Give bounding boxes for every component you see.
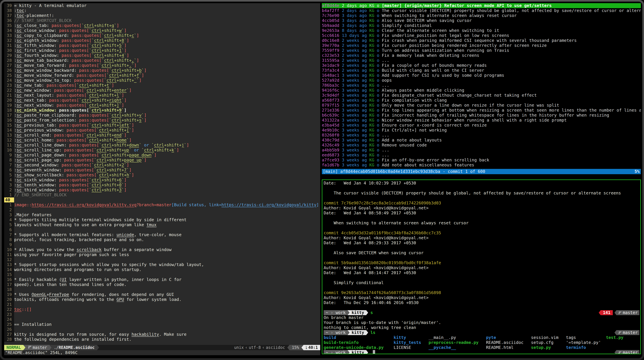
commit-row[interactable]: a568f73 3 weeks ag KG o Fix compilation … [322, 98, 641, 103]
buffer-line[interactable]: 8:sc_scroll_page_up: pass:quotes[`ctrl+s… [4, 158, 320, 163]
commit-row[interactable]: 3c9d4df 3 weeks ag KG o Fix designate_ch… [322, 93, 641, 98]
commit-row[interactable]: 271e336 3 weeks ag KG o Fix top lines ap… [322, 108, 641, 113]
commit-row[interactable]: b6c639c 3 weeks ag KG o Fix incorrect ha… [322, 113, 641, 118]
buffer-line[interactable]: 5:sc_show_scrollback: pass:quotes[`ctrl+… [4, 173, 320, 178]
buffer-line[interactable]: 25== Installation [4, 322, 320, 327]
commit-row[interactable]: d0c16e8 2 weeks ag KG o Fix crash when p… [322, 38, 641, 43]
prompt-line[interactable]: ~ › workkittys141master [324, 310, 640, 315]
commit-row[interactable]: 73fa3c4 2 weeks ag KG o Build with clang… [322, 68, 641, 73]
commit-row[interactable]: b4af2ff 2 days ago KG o The cursor visib… [322, 8, 641, 13]
commit-row[interactable]: 0797f15 3 weeks ag KG o Only move the cu… [322, 103, 641, 108]
buffer-line[interactable]: 25:sc_move_window_forward: pass:quotes[`… [4, 73, 320, 78]
commit-row[interactable]: 39e770a 2 weeks ag KG o Fix cursor posit… [322, 43, 641, 48]
commit-row[interactable]: 315595a 2 weeks ag KG o ... [322, 58, 641, 63]
buffer-line[interactable]: 28the following dependencies are install… [4, 337, 320, 342]
buffer-line[interactable]: 1image::https://travis-ci.org/kovidgoyal… [4, 202, 320, 207]
commit-row[interactable]: 5cc6616 13 days ag KG o Fix underline_po… [322, 33, 641, 38]
commit-row[interactable]: 7c76e90 3 days ago KG o When switching t… [322, 13, 641, 18]
buffer-line[interactable]: 18:sc_ninth_window: pass:quotes[`ctrl+sh… [4, 108, 320, 113]
buffer-line[interactable]: 38:toc: [4, 8, 320, 13]
buffer-line[interactable]: 17:sc_paste_from_clipboard: pass:quotes[… [4, 113, 320, 118]
buffer-line[interactable]: 22toc::[] [4, 307, 320, 312]
commit-row[interactable]: a4bb5b9 3 weeks ag KG o ... [322, 148, 641, 153]
buffer-line[interactable]: 27kitty is designed to run from source, … [4, 332, 320, 337]
buffer-line[interactable]: 33:sc_copy_to_clipboard: pass:quotes[`ct… [4, 33, 320, 38]
buffer-line[interactable]: 34:sc_close_window: pass:quotes[`ctrl+sh… [4, 28, 320, 33]
buffer-line[interactable]: 10:sc_scroll_line_up: pass:quotes[`ctrl+… [4, 148, 320, 153]
commit-row[interactable]: fa1d67b 3 weeks ag KG o Add note about m… [322, 163, 641, 168]
commit-row[interactable]: 9416f6c 3 weeks ag KG o Always paste whe… [322, 88, 641, 93]
commit-row[interactable]: 7559ff9 2 weeks ag KG o Turn on address … [322, 48, 641, 53]
command-input[interactable]: s [368, 310, 373, 315]
buffer-line[interactable]: 26:sc_move_window_backward: pass:quotes[… [4, 68, 320, 73]
buffer-line[interactable]: 4* Supports tiling multiple terminal win… [4, 217, 320, 222]
commit-row[interactable]: 786ba3c 3 weeks ag KG o ... [322, 83, 641, 88]
buffer-line[interactable]: 19* Uses OpenGL+FreeType for rendering, … [4, 292, 320, 297]
buffer-line[interactable]: 18 [4, 287, 320, 292]
buffer-line[interactable]: 9:sc_scroll_page_down: pass:quotes[`ctrl… [4, 153, 320, 158]
commit-row[interactable]: eed6873 3 weeks ag KG o ... [322, 153, 641, 158]
buffer-line[interactable]: 14working directories and programs to ru… [4, 267, 320, 272]
buffer-line[interactable]: 35:sc_close_tab: pass:quotes[`ctrl+shift… [4, 23, 320, 28]
buffer-line[interactable]: 6 [4, 227, 320, 232]
commit-row[interactable]: a7fce93 3 weeks ag KG o Fix an off-by-on… [322, 158, 641, 163]
buffer-line[interactable]: 24 [4, 317, 320, 322]
buffer-line[interactable]: 2:sc_third_window: pass:quotes[`ctrl+shi… [4, 187, 320, 192]
buffer-line[interactable]: 23:sc_new_tab: pass:quotes[`ctrl+shift+t… [4, 83, 320, 88]
commit-row[interactable]: 4326c49 3 weeks ag KG o Remove unused co… [322, 143, 641, 148]
buffer-line[interactable]: 20:sc_next_tab: pass:quotes[`ctrl+shift+… [4, 98, 320, 103]
prompt-line[interactable]: ~ › workkittymaster [324, 350, 640, 354]
buffer-line[interactable]: 31:sc_fifth_window: pass:quotes[`ctrl+sh… [4, 43, 320, 48]
buffer-line[interactable]: 2 [4, 207, 320, 212]
buffer-line[interactable]: 1// END_SHORTCUT_BLOCK [4, 192, 320, 197]
buffer-line[interactable]: 12:sc_scroll_home: pass:quotes[`ctrl+shi… [4, 138, 320, 143]
buffer-line[interactable]: 12 [4, 257, 320, 262]
buffer-line[interactable]: 14:sc_previous_window: pass:quotes[`ctrl… [4, 128, 320, 133]
commit-row[interactable]: 527a92d 3 weeks ag KG o oops [322, 78, 641, 83]
buffer-line[interactable]: 6:sc_seventh_window: pass:quotes[`ctrl+s… [4, 168, 320, 173]
shell-pane[interactable]: Date: Wed Jan 4 10:02:39 2017 +0530 The … [322, 180, 641, 354]
command-input[interactable]: ls [368, 330, 376, 335]
buffer-line[interactable]: 16* Easily hackable (UI layer written in… [4, 277, 320, 282]
tig-pane[interactable]: af8d44e 2 days ago KG o [master] {origin… [322, 3, 641, 174]
buffer-line[interactable]: 22:sc_new_window: pass:quotes[`ctrl+shif… [4, 88, 320, 93]
commit-row[interactable]: 1648ac1 3 weeks ag KG o Add support for … [322, 73, 641, 78]
buffer-line[interactable]: 5layouts without needing to use an extra… [4, 222, 320, 227]
buffer-line[interactable]: 36// START_SHORTCUT_BLOCK [4, 18, 320, 23]
commit-row[interactable]: 3e1dac9 2 weeks ag KG o Fix a couple of … [322, 63, 641, 68]
commit-row[interactable]: 03260f0 3 weeks ag KG o ... [322, 133, 641, 138]
commit-row[interactable]: 431322a 3 weeks ag KG o Nicer window res… [322, 118, 641, 123]
buffer-line[interactable]: 7* Supports all modern terminal features… [4, 232, 320, 237]
buffer-line[interactable]: 3:sc_tenth_window: pass:quotes[`ctrl+shi… [4, 182, 320, 187]
buffer-line[interactable]: 11using your favorite pager program such… [4, 252, 320, 257]
buffer-line[interactable]: 19:sc_next_window: pass:quotes[`ctrl+shi… [4, 103, 320, 108]
buffer-line[interactable]: 27:sc_move_tab_forward: pass:quotes[`ctr… [4, 63, 320, 68]
buffer-line[interactable]: 3.Major features [4, 212, 320, 217]
buffer-line[interactable]: 23 [4, 312, 320, 317]
commit-row[interactable]: 4ccb05d 3 days ago KG o Also save DECTCE… [322, 18, 641, 23]
commit-row[interactable]: e3ba45d 3 weeks ag KG o Ensure cursor x-… [322, 123, 641, 128]
commit-row[interactable]: 5b9aadd 3 days ago KG o Simplify conditi… [322, 23, 641, 28]
buffer-line[interactable]: 40 [4, 197, 320, 202]
vim-pane[interactable]: 39= kitty - A terminal emulator38:toc:37… [4, 3, 320, 355]
commit-row[interactable]: 430c79d 3 weeks ag KG o Add a note about… [322, 138, 641, 143]
buffer-line[interactable]: 29:sc_fourth_window: pass:quotes[`ctrl+s… [4, 53, 320, 58]
buffer-line[interactable]: 13* Support startup sessions which allow… [4, 262, 320, 267]
buffer-line[interactable]: 11:sc_scroll_line_down: pass:quotes[`ctr… [4, 143, 320, 148]
buffer-line[interactable]: 10* Allows you to view the scrollback bu… [4, 247, 320, 252]
buffer-line[interactable]: 8protocol, focus tracking, bracketed pas… [4, 237, 320, 242]
commit-row[interactable]: 9e2653a 8 days ago KG o Clear the altern… [322, 28, 641, 33]
commit-row[interactable]: c323e53 2 weeks ag KG o Fix a memory lea… [322, 53, 641, 58]
buffer-line[interactable]: 26 [4, 327, 320, 332]
prompt-line[interactable]: ~ › workkittylsmaster [324, 330, 640, 335]
command-input[interactable] [368, 350, 370, 354]
buffer-line[interactable]: 16:sc_paste_from_selection: pass:quotes[… [4, 118, 320, 123]
commit-row[interactable]: af8d44e 2 days ago KG o [master] {origin… [322, 3, 641, 8]
buffer-line[interactable]: 32:sc_eighth_window: pass:quotes[`ctrl+s… [4, 38, 320, 43]
buffer-line[interactable]: 37:toc-placement!: [4, 13, 320, 18]
buffer-line[interactable]: 20toolkits, offloads rendering work to t… [4, 297, 320, 302]
buffer-line[interactable]: 7:sc_second_window: pass:quotes[`ctrl+sh… [4, 163, 320, 168]
buffer-line[interactable]: 28:sc_move_tab_backward: pass:quotes[`ct… [4, 58, 320, 63]
buffer-line[interactable]: 9 [4, 242, 320, 247]
buffer-line[interactable]: 21 [4, 302, 320, 307]
